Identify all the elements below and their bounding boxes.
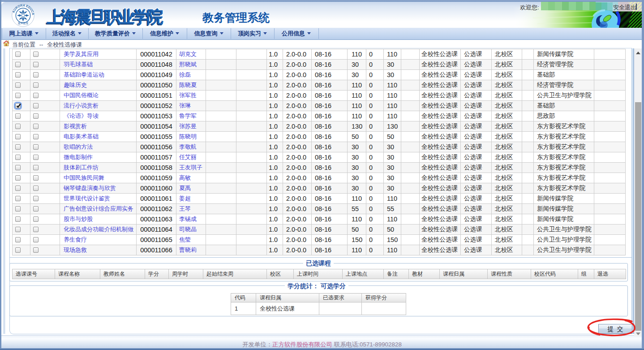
- svg-text:震旦教育: 震旦教育: [18, 22, 29, 25]
